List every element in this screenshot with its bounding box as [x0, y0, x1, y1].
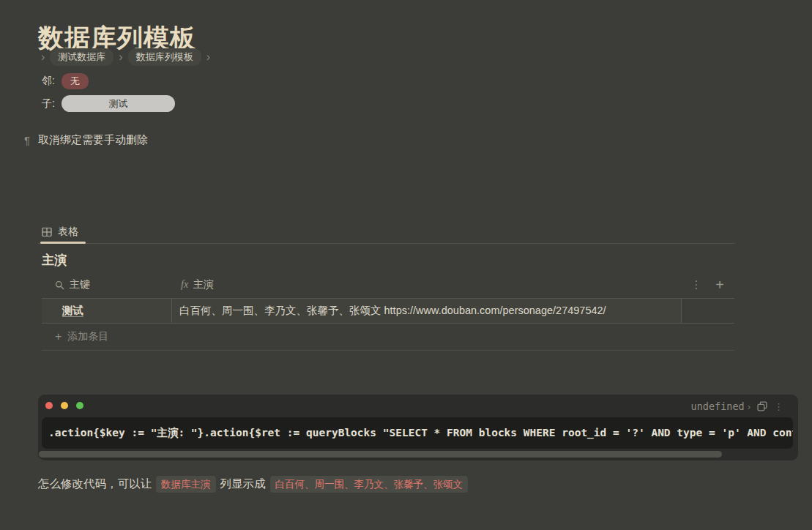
column-header-template[interactable]: fx 主演 — [181, 272, 214, 297]
attribute-label: 邻: — [42, 75, 55, 88]
attribute-label: 子: — [42, 97, 55, 111]
paragraph-block: ¶ 取消绑定需要手动删除 — [24, 133, 148, 147]
code-language-selector[interactable]: undefined — [691, 400, 745, 412]
divider — [38, 243, 735, 244]
database-title[interactable]: 主演 — [42, 252, 67, 269]
database-view: 表格 主演 主键 fx 主演 ⋮ + 测试 白百何、周一围、李乃文、张馨予、张颂… — [38, 222, 735, 351]
add-row-label: 添加条目 — [67, 330, 108, 343]
question-text[interactable]: 怎么修改代码，可以让 — [38, 477, 152, 492]
column-header-label: 主演 — [193, 278, 214, 291]
column-header-row: 主键 fx 主演 ⋮ + — [38, 272, 735, 297]
cell-empty[interactable] — [682, 299, 734, 323]
tab-table-label: 表格 — [58, 225, 78, 239]
traffic-light-red-icon — [45, 402, 53, 409]
active-tab-indicator — [40, 242, 86, 244]
tab-table[interactable]: 表格 — [42, 222, 78, 242]
row-primary-text: 测试 — [62, 304, 83, 318]
paragraph-icon: ¶ — [24, 134, 30, 146]
code-block: undefined › ⋮ .action{$key := "主演: "}.ac… — [38, 395, 798, 460]
column-more-icon[interactable]: ⋮ — [690, 272, 703, 297]
traffic-light-yellow-icon — [61, 402, 68, 409]
attribute-row-neighbor: 邻: 无 — [42, 73, 89, 89]
code-text: .action{$key := "主演: "}.action{$ret := q… — [42, 417, 793, 440]
table-grid-icon — [42, 227, 52, 237]
column-header-label: 主键 — [70, 278, 90, 291]
add-row-button[interactable]: + 添加条目 — [42, 324, 734, 351]
breadcrumb-chevron-icon: › — [119, 51, 122, 63]
question-paragraph: 怎么修改代码，可以让 数据库主演 列显示成 白百何、周一围、李乃文、张馨予、张颂… — [38, 476, 468, 493]
code-block-toolbar: undefined › ⋮ — [691, 398, 784, 414]
attribute-row-child: 子: 测试 — [42, 95, 175, 112]
breadcrumb-chevron-icon: › — [206, 51, 210, 63]
chevron-right-icon: › — [748, 401, 750, 412]
breadcrumb-chevron-icon: › — [41, 51, 45, 63]
table-row: 测试 白百何、周一围、李乃文、张馨予、张颂文 https://www.douba… — [42, 298, 734, 324]
more-icon[interactable]: ⋮ — [774, 401, 783, 412]
neighbor-value-pill[interactable]: 无 — [62, 73, 89, 89]
code-editor[interactable]: .action{$key := "主演: "}.action{$ret := q… — [42, 417, 793, 449]
inline-code-column-name[interactable]: 数据库主演 — [156, 476, 216, 493]
paragraph-text[interactable]: 取消绑定需要手动删除 — [38, 133, 148, 147]
cell-template-value[interactable]: 白百何、周一围、李乃文、张馨予、张颂文 https://www.douban.c… — [172, 299, 682, 323]
inline-code-expected-value[interactable]: 白百何、周一围、李乃文、张馨予、张颂文 — [270, 476, 469, 493]
child-value-pill[interactable]: 测试 — [62, 95, 175, 112]
add-row-icon: + — [55, 330, 62, 343]
formula-icon: fx — [181, 279, 188, 291]
breadcrumb-item-template[interactable]: 数据库列模板 — [128, 48, 201, 66]
column-header-primary-key[interactable]: 主键 — [55, 272, 90, 297]
horizontal-scrollbar[interactable] — [39, 451, 722, 458]
breadcrumb-item-database[interactable]: 测试数据库 — [50, 48, 113, 66]
traffic-light-green-icon — [76, 402, 83, 409]
add-column-icon[interactable]: + — [712, 272, 728, 297]
primary-key-icon — [55, 280, 64, 290]
copy-icon[interactable] — [757, 401, 767, 411]
cell-primary-key[interactable]: 测试 — [42, 299, 172, 323]
question-text[interactable]: 列显示成 — [220, 477, 266, 492]
breadcrumb: › 测试数据库 › 数据库列模板 › — [41, 48, 210, 66]
